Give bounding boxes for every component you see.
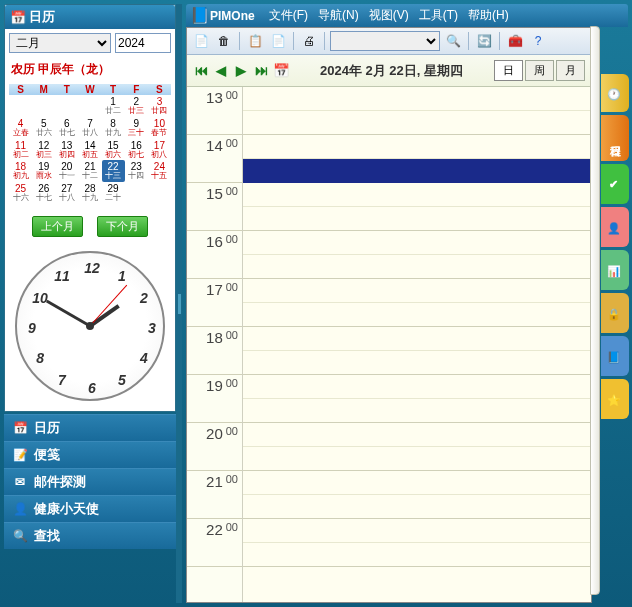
view-switch: 日周月 [494,60,585,81]
calendar-day[interactable] [9,95,32,117]
calendar-day[interactable]: 1廿二 [102,95,125,117]
search-button[interactable]: 🔍 [443,31,463,51]
right-tab-strip: 🕐日程✔👤📊🔒📘⭐ [601,74,629,419]
calendar-day[interactable]: 7廿八 [78,117,101,139]
tab-clock[interactable]: 🕐 [601,74,629,112]
tab-icon[interactable]: 👤 [601,207,629,247]
new-button[interactable]: 📄 [191,31,211,51]
nav-label: 邮件探测 [34,473,86,491]
sidebar-item-日历[interactable]: 📅日历 [4,414,176,441]
calendar-day[interactable]: 24十五 [148,160,171,182]
calendar-day[interactable]: 13初四 [55,139,78,161]
calendar-day[interactable]: 21十二 [78,160,101,182]
calendar-day[interactable]: 2廿三 [125,95,148,117]
calendar-day[interactable]: 4立春 [9,117,32,139]
tab-icon[interactable]: ✔ [601,164,629,204]
category-combo[interactable] [330,31,440,51]
menu-工具(T)[interactable]: 工具(T) [415,6,462,25]
splitter[interactable] [176,4,182,603]
calendar-title: 日历 [29,8,55,26]
today-button[interactable]: 📅 [273,63,289,79]
menu-帮助(H)[interactable]: 帮助(H) [464,6,513,25]
tab-icon[interactable]: 📊 [601,250,629,290]
first-day-button[interactable]: ⏮ [193,63,209,79]
calendar-day[interactable] [55,95,78,117]
nav-icon: 📝 [12,447,28,463]
current-date-label: 2024年 2月 22日, 星期四 [293,62,490,80]
menu-视图(V)[interactable]: 视图(V) [365,6,413,25]
calendar-day[interactable]: 8廿九 [102,117,125,139]
date-navigation-bar: ⏮ ◀ ▶ ⏭ 📅 2024年 2月 22日, 星期四 日周月 [187,55,591,87]
paste-button[interactable]: 📄 [268,31,288,51]
refresh-button[interactable]: 🔄 [474,31,494,51]
nav-icon: 📅 [12,420,28,436]
calendar-day[interactable] [78,95,101,117]
selected-timeslot[interactable] [243,159,591,183]
calendar-day[interactable] [125,182,148,204]
time-column: 1300140015001600170018001900200021002200 [187,87,243,602]
calendar-day[interactable]: 3廿四 [148,95,171,117]
nav-icon: ✉ [12,474,28,490]
calendar-day[interactable]: 22十三 [102,160,125,182]
calendar-day[interactable]: 18初九 [9,160,32,182]
toolbar: 📄 🗑 📋 📄 🖨 🔍 🔄 🧰 ? [187,28,591,55]
tab-日程[interactable]: 日程 [601,115,629,161]
day-schedule-grid[interactable]: 1300140015001600170018001900200021002200 [187,87,591,602]
view-月[interactable]: 月 [556,60,585,81]
mini-calendar-grid[interactable]: 1廿二2廿三3廿四4立春5廿六6廿七7廿八8廿九9三十10春节11初二12初三1… [9,95,171,204]
calendar-day[interactable]: 28十九 [78,182,101,204]
calendar-day[interactable]: 10春节 [148,117,171,139]
calendar-day[interactable]: 25十六 [9,182,32,204]
calendar-day[interactable]: 6廿七 [55,117,78,139]
sidebar-item-查找[interactable]: 🔍查找 [4,522,176,549]
sidebar-item-便笺[interactable]: 📝便笺 [4,441,176,468]
tab-icon[interactable]: 📘 [601,336,629,376]
menu-文件(F)[interactable]: 文件(F) [265,6,312,25]
calendar-day[interactable]: 19雨水 [32,160,55,182]
calendar-day[interactable]: 15初六 [102,139,125,161]
nav-label: 查找 [34,527,60,545]
calendar-day[interactable]: 9三十 [125,117,148,139]
sidebar-item-邮件探测[interactable]: ✉邮件探测 [4,468,176,495]
nav-icon: 🔍 [12,528,28,544]
print-button[interactable]: 🖨 [299,31,319,51]
menu-导航(N)[interactable]: 导航(N) [314,6,363,25]
calendar-day[interactable] [32,95,55,117]
help-button[interactable]: ? [528,31,548,51]
options-button[interactable]: 🧰 [505,31,525,51]
calendar-day[interactable]: 20十一 [55,160,78,182]
delete-button[interactable]: 🗑 [214,31,234,51]
events-column[interactable] [243,87,591,602]
prev-month-button[interactable]: 上个月 [32,216,83,237]
calendar-day[interactable]: 17初八 [148,139,171,161]
last-day-button[interactable]: ⏭ [253,63,269,79]
calendar-panel-header: 📅 日历 [5,5,175,29]
calendar-day[interactable]: 23十四 [125,160,148,182]
main-titlebar: 📘 PIMOne 文件(F)导航(N)视图(V)工具(T)帮助(H) [186,4,628,27]
year-input[interactable] [115,33,171,53]
tab-icon[interactable]: ⭐ [601,379,629,419]
nav-label: 日历 [34,419,60,437]
next-day-button[interactable]: ▶ [233,63,249,79]
month-select[interactable]: 一月二月三月四月五月六月七月八月九月十月十一月十二月 [9,33,111,53]
calendar-day[interactable]: 26十七 [32,182,55,204]
menu-bar: 文件(F)导航(N)视图(V)工具(T)帮助(H) [265,6,513,25]
view-日[interactable]: 日 [494,60,523,81]
prev-day-button[interactable]: ◀ [213,63,229,79]
app-icon: 📘 [192,8,208,24]
lunar-year-label: 农历 甲辰年（龙） [5,57,175,82]
sidebar-item-健康小天使[interactable]: 👤健康小天使 [4,495,176,522]
nav-label: 健康小天使 [34,500,99,518]
copy-button[interactable]: 📋 [245,31,265,51]
calendar-day[interactable]: 29二十 [102,182,125,204]
tab-icon[interactable]: 🔒 [601,293,629,333]
calendar-day[interactable]: 14初五 [78,139,101,161]
next-month-button[interactable]: 下个月 [97,216,148,237]
calendar-day[interactable]: 11初二 [9,139,32,161]
calendar-day[interactable] [148,182,171,204]
calendar-day[interactable]: 27十八 [55,182,78,204]
calendar-day[interactable]: 16初七 [125,139,148,161]
calendar-day[interactable]: 12初三 [32,139,55,161]
calendar-day[interactable]: 5廿六 [32,117,55,139]
view-周[interactable]: 周 [525,60,554,81]
